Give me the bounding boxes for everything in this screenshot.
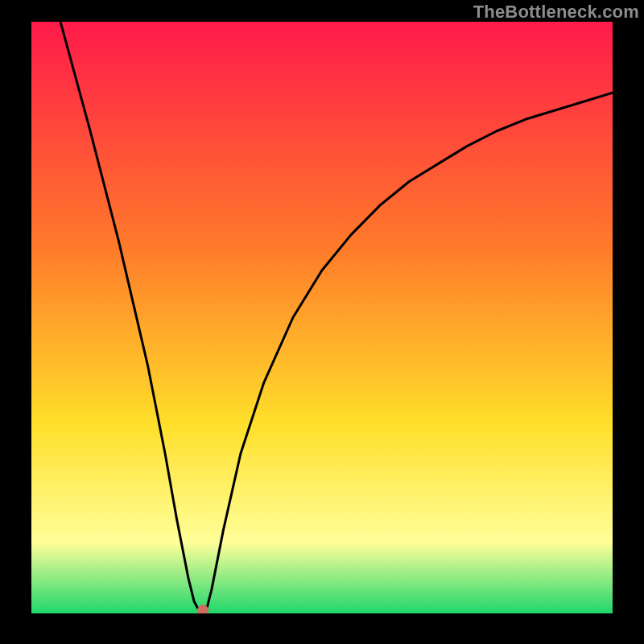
- plot-background: [31, 22, 613, 613]
- chart-frame: TheBottleneck.com: [0, 0, 644, 644]
- minimum-point: [197, 605, 208, 616]
- watermark-text: TheBottleneck.com: [473, 2, 639, 23]
- chart-svg: [0, 0, 644, 644]
